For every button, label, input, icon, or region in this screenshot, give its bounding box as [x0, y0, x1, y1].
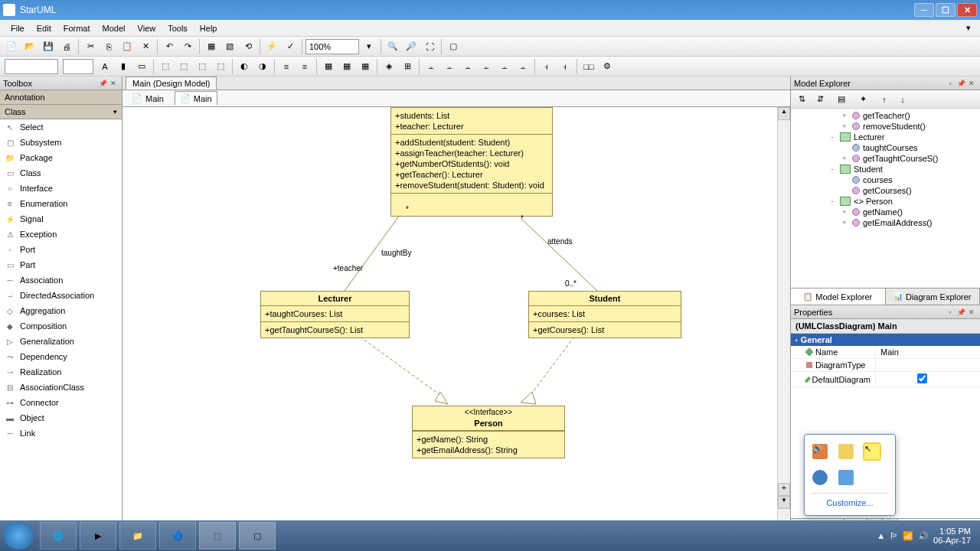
fill-color-button[interactable]: ▮ — [115, 58, 132, 75]
properties-group-general[interactable]: General — [791, 334, 980, 346]
zoom-in-button[interactable]: 🔎 — [403, 38, 420, 55]
tray-network-icon[interactable]: 📶 — [903, 531, 913, 541]
tb2-9[interactable]: ▦ — [320, 58, 337, 75]
delete-button[interactable]: ✕ — [137, 38, 154, 55]
menubar-overflow[interactable]: ▾ — [962, 23, 975, 33]
me-up-icon[interactable]: ↑ — [877, 92, 892, 107]
tb2-14[interactable]: □□ — [580, 58, 597, 75]
tb-icon-3[interactable]: ⟲ — [240, 38, 256, 55]
tb2-11[interactable]: ▦ — [357, 58, 374, 75]
prop-row-defaultdiagram[interactable]: DefaultDiagram — [791, 372, 980, 387]
tree-item[interactable]: +getTeacher() — [792, 110, 978, 121]
toolbox-item-exception[interactable]: ⚠Exception — [0, 227, 122, 242]
tray-sound-icon[interactable]: 🔊 — [918, 531, 929, 541]
tray-highlighted-icon[interactable]: ↖ — [864, 444, 880, 459]
maximize-button[interactable]: ☐ — [936, 3, 956, 17]
taskbar-explorer[interactable]: 📁 — [119, 522, 156, 549]
me-sort2-icon[interactable]: ⇵ — [812, 92, 828, 107]
tab-diagram-explorer[interactable]: 📊Diagram Explorer — [886, 289, 981, 305]
redo-button[interactable]: ↷ — [179, 38, 196, 55]
toolbox-section-annotation[interactable]: Annotation — [0, 90, 122, 105]
toolbox-item-realization[interactable]: ⤏Realization — [0, 364, 122, 380]
toolbox-pin-icon[interactable]: 📌 — [97, 78, 108, 89]
toolbox-close-icon[interactable]: ✕ — [108, 78, 119, 89]
uml-class-lecturer[interactable]: Lecturer +taughtCourses: List +getTaught… — [260, 291, 410, 338]
toolbox-item-directedassociation[interactable]: →DirectedAssociation — [0, 288, 122, 303]
tb-icon-2[interactable]: ▧ — [221, 38, 238, 55]
align-2[interactable]: ⫠ — [441, 58, 458, 75]
print-button[interactable]: 🖨 — [58, 38, 75, 55]
menu-format[interactable]: Format — [57, 21, 96, 35]
tb2-3[interactable]: ⬚ — [194, 58, 211, 75]
tb2-4[interactable]: ⬚ — [212, 58, 229, 75]
align-6[interactable]: ⫠ — [514, 58, 531, 75]
tb-icon-4[interactable]: ⚡ — [263, 38, 280, 55]
toolbox-item-link[interactable]: ─Link — [0, 425, 122, 441]
tray-customize-link[interactable]: Customize... — [811, 493, 889, 509]
zoom-out-button[interactable]: 🔍 — [384, 38, 401, 55]
taskbar-media[interactable]: ▶ — [80, 522, 116, 549]
doc-subtab-main-2[interactable]: 📄Main — [175, 91, 217, 106]
toolbox-item-object[interactable]: ▬Object — [0, 410, 122, 425]
tb-icon-1[interactable]: ▦ — [203, 38, 220, 55]
zoom-fit-button[interactable]: ⛶ — [421, 38, 438, 55]
tb-icon-6[interactable]: ▢ — [445, 38, 462, 55]
tray-app-icon[interactable] — [838, 444, 854, 459]
size-combo[interactable] — [63, 59, 93, 74]
menu-file[interactable]: File — [5, 21, 31, 35]
menu-tools[interactable]: Tools — [162, 21, 194, 35]
me-nav-icon[interactable]: ✦ — [855, 92, 871, 107]
tray-volume-icon[interactable]: 🔊 — [812, 444, 828, 459]
minimize-button[interactable]: ─ — [914, 3, 934, 17]
toolbox-item-class[interactable]: ▭Class — [0, 165, 122, 181]
menu-edit[interactable]: Edit — [31, 21, 57, 35]
toolbox-item-connector[interactable]: ⊶Connector — [0, 395, 122, 410]
tray-device-icon[interactable] — [838, 470, 854, 485]
tray-flag-icon[interactable]: 🏳 — [890, 531, 898, 540]
tb2-1[interactable]: ⬚ — [157, 58, 174, 75]
align-1[interactable]: ⫠ — [423, 58, 439, 75]
tree-item[interactable]: taughtCourses — [792, 142, 978, 153]
tb2-6[interactable]: ◑ — [254, 58, 271, 75]
font-combo[interactable] — [5, 59, 58, 74]
cut-button[interactable]: ✂ — [82, 38, 99, 55]
paste-button[interactable]: 📋 — [119, 38, 136, 55]
me-pin2-icon[interactable]: 📌 — [956, 78, 966, 89]
taskbar-app[interactable]: ▢ — [239, 522, 276, 549]
doc-tab-main[interactable]: Main (Design Model) — [126, 77, 217, 90]
taskbar-clock[interactable]: 1:05 PM 06-Apr-17 — [933, 527, 971, 545]
align-3[interactable]: ⫠ — [459, 58, 476, 75]
tb2-12[interactable]: ◈ — [381, 58, 397, 75]
close-button[interactable]: ✕ — [957, 3, 977, 17]
toolbox-item-part[interactable]: ▭Part — [0, 257, 122, 272]
me-sort-icon[interactable]: ⇅ — [794, 92, 809, 107]
me-pin-icon[interactable]: ▫ — [945, 78, 956, 89]
dist-2[interactable]: ⫞ — [557, 58, 573, 75]
tree-item[interactable]: +getEmailAddress() — [792, 217, 978, 228]
tree-item[interactable]: courses — [792, 174, 978, 185]
prop-pin-icon[interactable]: ▫ — [945, 307, 956, 318]
taskbar-chrome[interactable]: 🔵 — [159, 522, 196, 549]
toolbox-item-association[interactable]: ─Association — [0, 272, 122, 288]
tree-item[interactable]: +getName() — [792, 207, 978, 217]
toolbox-item-package[interactable]: 📁Package — [0, 150, 122, 165]
prop-row-diagramtype[interactable]: DiagramType — [791, 359, 980, 372]
taskbar-staruml[interactable]: ⬚ — [199, 522, 236, 549]
prop-close-icon[interactable]: ✕ — [966, 307, 977, 318]
taskbar-ie[interactable]: 🌐 — [40, 522, 77, 549]
tb2-5[interactable]: ◐ — [236, 58, 253, 75]
tree-item[interactable]: -<> Person — [792, 196, 978, 207]
toolbox-item-generalization[interactable]: ▷Generalization — [0, 334, 122, 349]
tb2-2[interactable]: ⬚ — [175, 58, 192, 75]
default-diagram-checkbox[interactable] — [917, 373, 927, 383]
tb2-15[interactable]: ⚙ — [599, 58, 616, 75]
menu-model[interactable]: Model — [96, 21, 132, 35]
canvas-vscroll[interactable]: ▲ + ▼ — [777, 107, 790, 522]
me-down-icon[interactable]: ↓ — [895, 92, 910, 107]
copy-button[interactable]: ⎘ — [100, 38, 117, 55]
menu-help[interactable]: Help — [194, 21, 224, 35]
toolbox-item-subsystem[interactable]: ▢Subsystem — [0, 135, 122, 150]
open-button[interactable]: 📂 — [21, 38, 38, 55]
toolbox-item-aggregation[interactable]: ◇Aggregation — [0, 303, 122, 318]
tray-record-icon[interactable] — [812, 470, 828, 485]
